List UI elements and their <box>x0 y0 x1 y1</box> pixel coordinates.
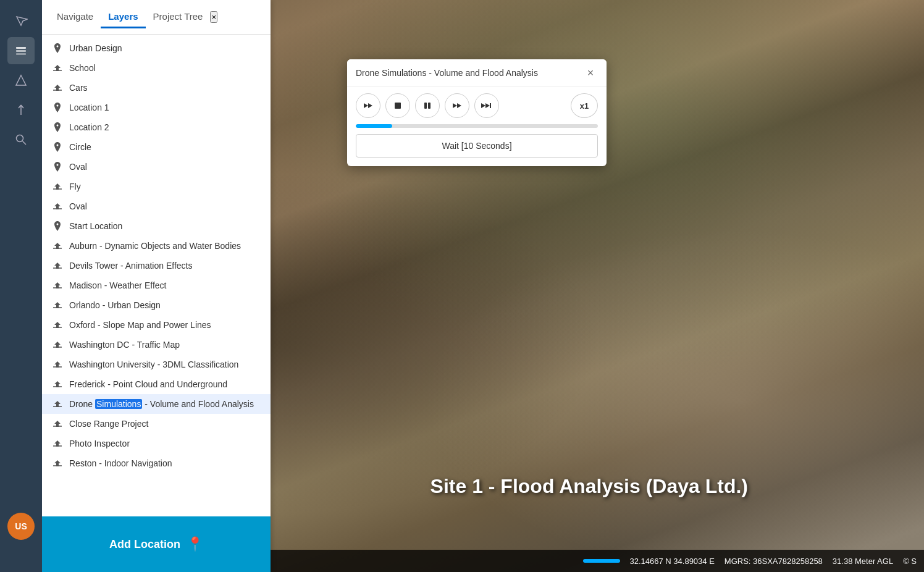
layer-label-madison: Madison - Weather Effect <box>69 280 261 290</box>
drone-icon <box>52 280 63 291</box>
layer-item-oval1[interactable]: Oval <box>42 157 271 177</box>
layer-item-location1[interactable]: Location 1 <box>42 98 271 117</box>
layer-label-oval1: Oval <box>69 162 261 172</box>
panel-tabs: Navigate Layers Project Tree × <box>42 0 271 35</box>
layer-label-close-range: Close Range Project <box>69 419 261 429</box>
svg-rect-0 <box>16 47 26 49</box>
layer-item-madison[interactable]: Madison - Weather Effect <box>42 275 271 295</box>
layer-item-washington-univ[interactable]: Washington University - 3DML Classificat… <box>42 355 271 374</box>
drone-icon <box>52 300 63 311</box>
sim-stop-button[interactable] <box>385 93 410 118</box>
layer-item-orlando[interactable]: Orlando - Urban Design <box>42 295 271 315</box>
drone-icon <box>52 418 63 429</box>
svg-marker-3 <box>16 75 26 85</box>
search-icon-btn[interactable] <box>7 126 35 153</box>
layer-label-drone-sim: Drone Simulations - Volume and Flood Ana… <box>69 399 261 409</box>
layer-item-close-range[interactable]: Close Range Project <box>42 414 271 434</box>
navigate-icon-btn[interactable] <box>7 7 35 35</box>
layer-item-oxford[interactable]: Oxford - Slope Map and Power Lines <box>42 315 271 335</box>
drone-icon <box>52 438 63 449</box>
layer-item-school[interactable]: School <box>42 58 271 78</box>
layer-item-fly[interactable]: Fly <box>42 177 271 196</box>
layer-item-drone-sim[interactable]: Drone Simulations - Volume and Flood Ana… <box>42 394 271 414</box>
drone-icon <box>52 240 63 251</box>
layer-item-oval2[interactable]: Oval <box>42 196 271 216</box>
drone-icon <box>52 62 63 74</box>
simulation-progress-fill <box>356 124 392 128</box>
status-mgrs: MGRS: 36SXA7828258258 <box>724 557 823 566</box>
add-location-icon: 📍 <box>187 536 203 552</box>
layer-label-urban-design: Urban Design <box>69 43 261 53</box>
simulation-progress-track[interactable] <box>356 124 598 128</box>
panel-close-button[interactable]: × <box>210 11 217 23</box>
layer-label-start-location: Start Location <box>69 221 261 231</box>
layers-list[interactable]: Urban Design School Cars Location 1 Loca… <box>42 35 271 516</box>
drone-icon <box>52 82 63 93</box>
layer-label-washington-dc: Washington DC - Traffic Map <box>69 340 261 350</box>
fly-icon-btn[interactable] <box>7 96 35 124</box>
layer-item-washington-dc[interactable]: Washington DC - Traffic Map <box>42 335 271 355</box>
layer-label-fly: Fly <box>69 182 261 191</box>
simulation-dialog-header: Drone Simulations - Volume and Flood Ana… <box>347 59 607 87</box>
layer-label-photo-inspector: Photo Inspector <box>69 439 261 448</box>
measure-icon-btn[interactable] <box>7 67 35 94</box>
layer-item-urban-design[interactable]: Urban Design <box>42 38 271 58</box>
svg-marker-7 <box>364 103 368 108</box>
layer-item-cars[interactable]: Cars <box>42 78 271 98</box>
layers-panel: Navigate Layers Project Tree × Urban Des… <box>42 0 271 572</box>
layer-label-auburn: Auburn - Dynamic Objects and Water Bodie… <box>69 241 261 251</box>
user-avatar[interactable]: US <box>7 513 35 540</box>
drone-icon <box>52 260 63 271</box>
drone-icon <box>52 181 63 192</box>
sim-pause-button[interactable] <box>415 93 440 118</box>
status-copyright: © S <box>903 557 917 566</box>
site-label: Site 1 - Flood Analysis (Daya Ltd.) <box>430 475 748 498</box>
simulation-dialog-close-button[interactable]: × <box>583 65 598 80</box>
layer-item-reston[interactable]: Reston - Indoor Navigation <box>42 453 271 473</box>
layer-label-oval2: Oval <box>69 201 261 211</box>
layer-item-start-location[interactable]: Start Location <box>42 216 271 236</box>
sim-rewind-button[interactable] <box>356 93 380 118</box>
add-location-label: Add Location <box>109 538 180 551</box>
drone-icon <box>52 319 63 330</box>
drone-icon <box>52 359 63 370</box>
drone-icon <box>52 379 63 390</box>
layer-label-school: School <box>69 63 261 73</box>
sim-speed-button[interactable]: x1 <box>571 93 598 118</box>
svg-marker-12 <box>453 103 457 108</box>
layer-item-location2[interactable]: Location 2 <box>42 117 271 137</box>
svg-rect-2 <box>16 53 26 55</box>
location-icon <box>52 43 63 54</box>
tab-navigate[interactable]: Navigate <box>49 6 101 28</box>
tab-project-tree[interactable]: Project Tree <box>146 6 211 28</box>
location-icon <box>52 221 63 232</box>
sim-forward-button[interactable] <box>445 93 469 118</box>
layer-item-devils-tower[interactable]: Devils Tower - Animation Effects <box>42 256 271 275</box>
layer-item-photo-inspector[interactable]: Photo Inspector <box>42 434 271 453</box>
simulation-controls: x1 <box>347 87 607 124</box>
layer-label-circle: Circle <box>69 142 261 152</box>
add-location-button[interactable]: Add Location 📍 <box>42 516 271 572</box>
svg-line-5 <box>23 141 27 145</box>
layer-label-location1: Location 1 <box>69 103 261 112</box>
layer-label-devils-tower: Devils Tower - Animation Effects <box>69 261 261 271</box>
status-coordinates: 32.14667 N 34.89034 E <box>630 557 715 566</box>
layer-label-reston: Reston - Indoor Navigation <box>69 458 261 468</box>
drone-icon <box>52 339 63 350</box>
svg-rect-1 <box>16 50 26 52</box>
layer-item-circle[interactable]: Circle <box>42 137 271 157</box>
sim-fast-forward-button[interactable] <box>474 93 499 118</box>
layer-label-washington-univ: Washington University - 3DML Classificat… <box>69 360 261 369</box>
location-icon <box>52 141 63 153</box>
location-icon <box>52 161 63 172</box>
layer-label-location2: Location 2 <box>69 122 261 132</box>
tab-layers[interactable]: Layers <box>101 6 145 28</box>
layer-item-frederick[interactable]: Frederick - Point Cloud and Underground <box>42 374 271 394</box>
layers-icon-btn[interactable] <box>7 37 35 64</box>
layer-item-auburn[interactable]: Auburn - Dynamic Objects and Water Bodie… <box>42 236 271 256</box>
svg-rect-10 <box>424 103 427 109</box>
simulation-progress-row <box>347 124 607 134</box>
simulation-wait-button[interactable]: Wait [10 Seconds] <box>356 134 598 158</box>
drone-icon <box>52 458 63 469</box>
layer-label-cars: Cars <box>69 83 261 93</box>
